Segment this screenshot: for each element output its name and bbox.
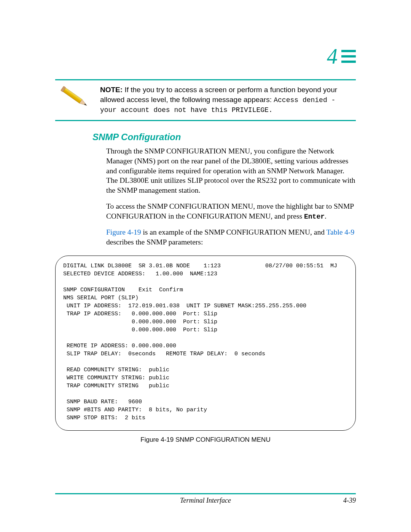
- t-line: SNMP CONFIGURATION Exit Confirm: [63, 287, 183, 293]
- t-line: SNMP STOP BITS: 2 bits: [63, 415, 145, 421]
- footer-rule: [55, 493, 356, 494]
- chapter-bars-icon: [341, 50, 356, 63]
- note-text: NOTE: If the you try to access a screen …: [100, 85, 356, 115]
- table-ref-link[interactable]: Table 4-9: [326, 228, 354, 236]
- p3-text-b: is an example of the SNMP CONFIGURATION …: [141, 228, 327, 236]
- p2-text-b: .: [325, 212, 327, 220]
- t-line: SNMP #BITS AND PARITY: 8 bits, No parity: [63, 407, 207, 413]
- section-title: SNMP Configuration: [92, 132, 356, 142]
- page-footer: Terminal Interface 4-39: [55, 493, 356, 505]
- t-line: NMS SERIAL PORT (SLIP): [63, 295, 139, 301]
- t-line: SELECTED DEVICE ADDRESS: 1.00.000 NAME:1…: [63, 271, 217, 277]
- chapter-number: 4: [327, 46, 338, 67]
- t-line: SNMP BAUD RATE: 9600: [63, 399, 142, 405]
- t-line: 0.000.000.000 Port: Slip: [63, 319, 217, 325]
- terminal-screenshot: DIGITAL LINK DL3800E SR 3.01.0B NODE 1:1…: [55, 256, 356, 431]
- p3-text-d: describes the SNMP parameters:: [106, 238, 203, 246]
- pencil-icon: [55, 85, 91, 110]
- t-line: TRAP IP ADDRESS: 0.000.000.000 Port: Sli…: [63, 311, 217, 317]
- page: 4: [0, 0, 411, 532]
- svg-rect-0: [62, 88, 82, 103]
- chapter-mark: 4: [327, 46, 356, 67]
- paragraph-2: To access the SNMP CONFIGURATION MENU, m…: [106, 201, 356, 221]
- t-line: REMOTE IP ADDRESS: 0.000.000.000: [63, 343, 176, 349]
- p2-enter: Enter: [304, 213, 325, 220]
- t-line: DIGITAL LINK DL3800E SR 3.01.0B NODE 1:1…: [63, 263, 337, 269]
- t-line: TRAP COMMUNITY STRING public: [63, 383, 169, 389]
- paragraph-1: Through the SNMP CONFIGURATION MENU, you…: [106, 146, 356, 195]
- footer-page-number: 4-39: [325, 497, 356, 505]
- paragraph-3: Figure 4-19 is an example of the SNMP CO…: [106, 227, 356, 247]
- t-line: SLIP TRAP DELAY: 0seconds REMOTE TRAP DE…: [63, 351, 265, 357]
- t-line: UNIT IP ADDRESS: 172.019.001.038 UNIT IP…: [63, 303, 306, 309]
- t-line: READ COMMUNITY STRING: public: [63, 367, 169, 373]
- figure-caption: Figure 4-19 SNMP CONFIGURATION MENU: [55, 436, 356, 444]
- t-line: 0.000.000.000 Port: Slip: [63, 327, 217, 333]
- figure-ref-link[interactable]: Figure 4-19: [106, 228, 141, 236]
- note-label: NOTE:: [100, 86, 123, 94]
- footer-title: Terminal Interface: [86, 497, 325, 505]
- note-block: NOTE: If the you try to access a screen …: [55, 79, 356, 121]
- body-text: Through the SNMP CONFIGURATION MENU, you…: [106, 146, 356, 247]
- t-line: WRITE COMMUNITY STRING: public: [63, 375, 169, 381]
